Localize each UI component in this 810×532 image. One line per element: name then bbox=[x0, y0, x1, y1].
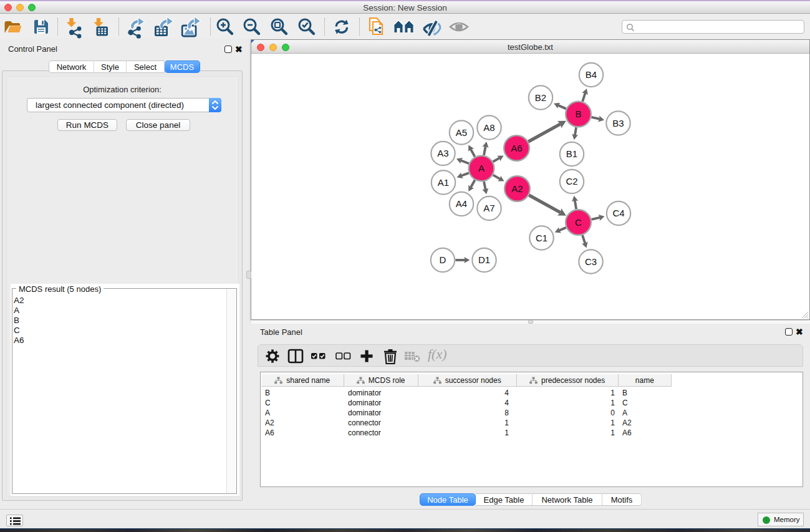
svg-text:A3: A3 bbox=[437, 148, 448, 158]
svg-text:A2: A2 bbox=[511, 183, 523, 194]
svg-text:A4: A4 bbox=[456, 198, 467, 209]
svg-text:A5: A5 bbox=[456, 127, 467, 138]
svg-text:C: C bbox=[575, 217, 582, 228]
svg-text:B: B bbox=[575, 109, 581, 119]
svg-text:D: D bbox=[440, 254, 446, 265]
svg-text:D1: D1 bbox=[478, 254, 490, 265]
svg-text:B4: B4 bbox=[586, 69, 597, 80]
svg-text:A: A bbox=[478, 163, 485, 173]
svg-text:B3: B3 bbox=[612, 118, 624, 128]
svg-text:B1: B1 bbox=[566, 148, 577, 159]
svg-text:B2: B2 bbox=[535, 92, 546, 103]
svg-text:A6: A6 bbox=[511, 143, 522, 153]
svg-text:C4: C4 bbox=[612, 208, 624, 218]
svg-text:C1: C1 bbox=[536, 233, 547, 243]
svg-text:A1: A1 bbox=[438, 177, 449, 188]
svg-text:C2: C2 bbox=[566, 176, 577, 186]
svg-text:A7: A7 bbox=[483, 203, 494, 213]
svg-text:C3: C3 bbox=[585, 256, 597, 267]
svg-text:A8: A8 bbox=[483, 122, 494, 133]
